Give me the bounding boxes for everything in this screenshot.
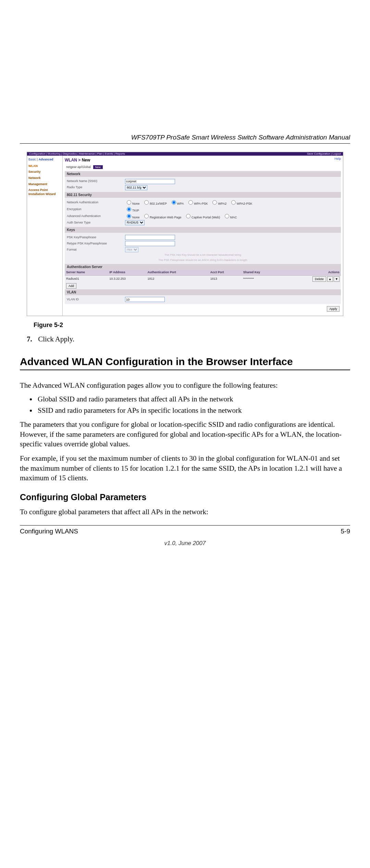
- section-network-head: Network: [65, 171, 341, 177]
- encryption-label: Encryption: [67, 207, 125, 212]
- figure-label: Figure 5-2: [34, 322, 350, 329]
- auth-none-radio[interactable]: [127, 200, 131, 205]
- section-authserver-head: Authentication Server: [65, 264, 341, 270]
- section-security-head: 802.11 Security: [65, 192, 341, 198]
- section-heading: Advanced WLAN Configuration in the Brows…: [20, 356, 350, 370]
- retype-psk-input: [125, 241, 175, 246]
- sidebar: Basic | Advanced WLAN Security Network M…: [27, 156, 63, 316]
- table-row: Radius01 10.3.22.253 1812 1813 *********…: [65, 275, 341, 282]
- psk-hint-1: The PSK Hex Key should be a 64 character…: [67, 253, 339, 257]
- section-keys-head: Keys: [65, 227, 341, 233]
- col-acct-port: Acct Port: [209, 270, 242, 275]
- advauth-mac-radio[interactable]: [225, 214, 229, 218]
- crumb-sep: |: [37, 158, 38, 161]
- wlan-config-screenshot: Configuration | Monitoring | Diagnostics…: [27, 152, 343, 316]
- net-auth-options: None 802.1x/WEP WPA WPA-PSK WPA2 WPA2-PS…: [125, 199, 339, 206]
- move-up-button[interactable]: ▲: [327, 276, 333, 282]
- sidebar-item-ap-wizard[interactable]: Access Point Installation Wizard: [28, 187, 61, 197]
- sidebar-item-network[interactable]: Network: [28, 175, 61, 181]
- cell-server-name: Radius01: [65, 275, 108, 282]
- advauth-reg-radio[interactable]: [144, 214, 149, 218]
- auth-wep-radio[interactable]: [144, 200, 149, 205]
- app-topbar: Configuration | Monitoring | Diagnostics…: [27, 152, 343, 156]
- footer-right: 5-9: [341, 528, 350, 535]
- auth-server-type-select[interactable]: RADIUS: [125, 220, 145, 225]
- auth-wpa-radio[interactable]: [172, 200, 176, 205]
- auth-server-table: Server Name IP Address Authentication Po…: [65, 270, 341, 289]
- ssid-label: Network Name (SSID): [67, 179, 125, 183]
- feature-bullets: Global SSID and radio parameters that af…: [36, 395, 350, 415]
- auth-wpapsk-radio[interactable]: [188, 200, 193, 205]
- cell-ip: 10.3.22.253: [108, 275, 146, 282]
- help-link[interactable]: Help: [334, 157, 341, 161]
- breadcrumb-leaf: New: [82, 158, 90, 162]
- footer-left: Configuring WLANS: [20, 528, 78, 535]
- col-ip: IP Address: [108, 270, 146, 275]
- subsection-heading: Configuring Global Parameters: [20, 492, 350, 502]
- add-button[interactable]: Add: [66, 283, 76, 289]
- step-7: 7. Click Apply.: [27, 335, 350, 343]
- sidebar-item-security[interactable]: Security: [28, 169, 61, 175]
- format-select: Hex: [125, 247, 138, 252]
- cell-shared-key: *********: [242, 275, 281, 282]
- config-path-text: netgear-ap/Global: [66, 165, 91, 169]
- advauth-cap-radio[interactable]: [186, 214, 190, 218]
- vlan-id-label: VLAN ID: [67, 298, 125, 302]
- ssid-input[interactable]: [125, 179, 175, 184]
- version-line: v1.0, June 2007: [20, 540, 350, 547]
- radio-type-select[interactable]: 802.11 b/g: [125, 185, 147, 190]
- adv-auth-label: Advanced Authentication: [67, 214, 125, 218]
- col-auth-port: Authentication Port: [146, 270, 209, 275]
- col-server-name: Server Name: [65, 270, 108, 275]
- vlan-id-input[interactable]: [125, 297, 165, 302]
- sidebar-advanced-link[interactable]: Advanced: [38, 158, 53, 161]
- retype-psk-label: Retype PSK Key/Passphrase: [67, 242, 125, 246]
- advauth-none-radio[interactable]: [127, 214, 131, 218]
- sidebar-basic-link[interactable]: Basic: [28, 158, 36, 161]
- adv-auth-options: None Registration Web Page Captive Porta…: [125, 213, 339, 220]
- config-path: netgear-ap/Global New: [65, 165, 341, 171]
- step-text: Click Apply.: [38, 335, 74, 343]
- sidebar-mode-crumb: Basic | Advanced: [28, 158, 61, 163]
- auth-wpa2psk-radio[interactable]: [231, 200, 236, 205]
- config-path-badge: New: [93, 165, 103, 169]
- table-row: Add: [65, 282, 341, 289]
- col-actions: Actions: [281, 270, 341, 275]
- page-header: WFS709TP ProSafe Smart Wireless Switch S…: [20, 134, 350, 144]
- col-shared-key: Shared Key: [242, 270, 281, 275]
- psk-input: [125, 235, 175, 240]
- net-auth-label: Network Authentication: [67, 201, 125, 205]
- move-down-button[interactable]: ▼: [334, 276, 340, 282]
- page-footer: Configuring WLANS 5-9: [20, 525, 350, 535]
- delete-button[interactable]: Delete: [312, 276, 326, 282]
- breadcrumb-root: WLAN >: [65, 158, 82, 162]
- cell-acct-port: 1813: [209, 275, 242, 282]
- auth-wpa2-radio[interactable]: [212, 200, 217, 205]
- auth-server-type-label: Auth Server Type: [67, 221, 125, 225]
- sidebar-item-wlan[interactable]: WLAN: [28, 163, 61, 169]
- sidebar-item-management[interactable]: Management: [28, 181, 61, 188]
- paragraph: The Advanced WLAN configuration pages al…: [20, 381, 350, 390]
- list-item: Global SSID and radio parameters that af…: [36, 395, 350, 403]
- list-item: SSID and radio parameters for APs in spe…: [36, 406, 350, 415]
- breadcrumb: WLAN > New: [65, 157, 341, 165]
- paragraph: To configure global parameters that affe…: [20, 507, 350, 517]
- psk-label: PSK Key/Passphrase: [67, 236, 125, 240]
- apply-button[interactable]: Apply: [327, 306, 340, 312]
- paragraph: The parameters that you configure for gl…: [20, 420, 350, 449]
- radio-type-label: Radio Type: [67, 185, 125, 190]
- tkip-radio[interactable]: [127, 207, 131, 212]
- step-number: 7.: [27, 335, 36, 343]
- paragraph: For example, if you set the maximum numb…: [20, 454, 350, 483]
- psk-hint-2: The PSK Passphrase should be an ASCII st…: [67, 258, 339, 263]
- cell-auth-port: 1812: [146, 275, 209, 282]
- topbar-right-tabs[interactable]: Save Configuration | Logout: [307, 152, 341, 156]
- section-vlan-head: VLAN: [65, 289, 341, 295]
- main-panel: Help WLAN > New netgear-ap/Global New Ne…: [63, 156, 343, 316]
- topbar-left-tabs[interactable]: Configuration | Monitoring | Diagnostics…: [29, 152, 125, 156]
- format-label: Format: [67, 248, 125, 252]
